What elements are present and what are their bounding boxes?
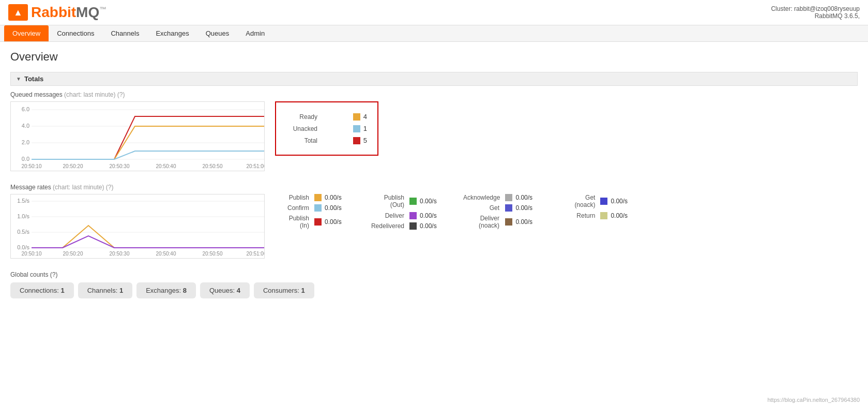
svg-text:20:50:10: 20:50:10 bbox=[22, 163, 42, 169]
rate-confirm-value: 0.00/s bbox=[314, 204, 356, 212]
global-counts-label: Global counts (?) bbox=[10, 271, 858, 278]
queued-legend-box: Ready 4 Unacked 1 Tota bbox=[275, 101, 378, 156]
message-rates-section: Message rates (chart: last minute) (?) 1… bbox=[10, 184, 858, 259]
rate-publish-in: Publish(In) 0.00/s bbox=[273, 215, 356, 230]
rate-acknowledge-value: 0.00/s bbox=[505, 194, 546, 201]
logo-icon: ▲ bbox=[8, 4, 28, 21]
rate-publish-out-value: 0.00/s bbox=[409, 198, 451, 205]
rate-confirm-label: Confirm bbox=[273, 204, 309, 212]
cluster-info: Cluster: rabbit@izoq008ryseuup RabbitMQ … bbox=[771, 5, 860, 20]
publish-swatch bbox=[314, 194, 322, 201]
queued-chart-area: 6.0 4.0 2.0 0.0 bbox=[10, 101, 858, 171]
svg-text:20:50:20: 20:50:20 bbox=[63, 251, 83, 257]
svg-text:20:50:30: 20:50:30 bbox=[110, 251, 130, 257]
queued-help: (?) bbox=[117, 91, 125, 98]
totals-label: Totals bbox=[24, 75, 43, 83]
nav-overview[interactable]: Overview bbox=[4, 25, 49, 41]
unacked-count: 1 bbox=[363, 125, 367, 132]
rates-area: 1.5/s 1.0/s 0.5/s 0.0/s 20:50:10 bbox=[10, 194, 858, 259]
unacked-swatch bbox=[353, 125, 360, 132]
rates-chart: 1.5/s 1.0/s 0.5/s 0.0/s 20:50:10 bbox=[10, 194, 265, 259]
rate-return-value: 0.00/s bbox=[600, 212, 642, 219]
nav-channels[interactable]: Channels bbox=[102, 25, 147, 41]
ready-swatch bbox=[353, 113, 360, 121]
svg-text:20:50:20: 20:50:20 bbox=[63, 163, 83, 169]
nav-queues[interactable]: Queues bbox=[197, 25, 238, 41]
rate-publish-label: Publish bbox=[273, 194, 309, 201]
cluster-name: rabbit@izoq008ryseuup bbox=[794, 5, 860, 12]
rate-get-value: 0.00/s bbox=[505, 204, 546, 212]
legend-unacked-value: 1 bbox=[353, 125, 367, 132]
logo-text: RabbitMQ™ bbox=[31, 4, 106, 21]
rate-deliver-noack: Deliver(noack) 0.00/s bbox=[463, 215, 546, 230]
total-count: 5 bbox=[363, 137, 367, 144]
rate-confirm: Confirm 0.00/s bbox=[273, 204, 356, 212]
legend-ready-label: Ready bbox=[286, 113, 317, 121]
rate-get-label: Get bbox=[463, 204, 499, 212]
rate-get-noack-label: Get(noack) bbox=[559, 194, 595, 209]
rate-return: Return 0.00/s bbox=[559, 212, 642, 219]
main-content: Overview ▼ Totals Queued messages (chart… bbox=[0, 42, 868, 317]
svg-text:20:51:00: 20:51:00 bbox=[247, 163, 264, 169]
rates-col4: Get(noack) 0.00/s Return 0.00/s bbox=[559, 194, 642, 230]
rate-deliver-value: 0.00/s bbox=[409, 212, 451, 219]
global-counts-help: (?) bbox=[50, 271, 58, 278]
svg-text:2.0: 2.0 bbox=[22, 139, 29, 145]
rate-publish-value: 0.00/s bbox=[314, 194, 356, 201]
legend-unacked-label: Unacked bbox=[286, 125, 317, 132]
count-channels: Channels: 1 bbox=[78, 282, 132, 298]
svg-text:6.0: 6.0 bbox=[22, 106, 29, 112]
nav-connections[interactable]: Connections bbox=[49, 25, 102, 41]
queued-chart: 6.0 4.0 2.0 0.0 bbox=[10, 101, 265, 171]
cluster-label: Cluster: bbox=[771, 5, 792, 12]
logo: ▲ RabbitMQ™ bbox=[8, 4, 106, 21]
collapse-icon: ▼ bbox=[16, 76, 21, 82]
rates-col1: Publish 0.00/s Confirm 0.00/s bbox=[273, 194, 356, 230]
queued-messages-section: Queued messages (chart: last minute) (?)… bbox=[10, 91, 858, 171]
deliver-swatch bbox=[409, 212, 417, 219]
deliver-noack-swatch bbox=[505, 218, 512, 226]
legend-unacked: Unacked 1 bbox=[286, 125, 367, 132]
rates-col3: Acknowledge 0.00/s Get 0.00/s bbox=[463, 194, 546, 230]
nav-exchanges[interactable]: Exchanges bbox=[147, 25, 197, 41]
rate-acknowledge-label: Acknowledge bbox=[463, 194, 500, 201]
rate-return-label: Return bbox=[559, 212, 595, 219]
svg-text:20:50:10: 20:50:10 bbox=[22, 251, 42, 257]
count-connections: Connections: 1 bbox=[10, 282, 74, 298]
rate-publish-in-label: Publish(In) bbox=[273, 215, 309, 230]
version-text: RabbitMQ 3.6.5, bbox=[771, 12, 860, 20]
confirm-swatch bbox=[314, 204, 322, 212]
nav: Overview Connections Channels Exchanges … bbox=[0, 25, 868, 42]
rate-deliver-label: Deliver bbox=[368, 212, 404, 219]
rate-acknowledge: Acknowledge 0.00/s bbox=[463, 194, 546, 201]
rates-col2: Publish(Out) 0.00/s Deliver 0.00/s bbox=[368, 194, 451, 230]
rate-publish-out-label: Publish(Out) bbox=[368, 194, 404, 209]
rate-get-noack-value: 0.00/s bbox=[600, 198, 642, 205]
page-title: Overview bbox=[10, 50, 858, 64]
rates-help: (?) bbox=[106, 184, 114, 191]
rate-redelivered-label: Redelivered bbox=[368, 222, 404, 230]
counts-row: Connections: 1 Channels: 1 Exchanges: 8 … bbox=[10, 282, 858, 298]
totals-section-header[interactable]: ▼ Totals bbox=[10, 72, 858, 86]
count-consumers: Consumers: 1 bbox=[254, 282, 314, 298]
rate-deliver-noack-value: 0.00/s bbox=[505, 218, 546, 226]
svg-text:0.0/s: 0.0/s bbox=[17, 244, 29, 250]
legend-total: Total 5 bbox=[286, 137, 367, 144]
svg-text:20:50:40: 20:50:40 bbox=[156, 163, 176, 169]
svg-text:4.0: 4.0 bbox=[22, 123, 29, 129]
acknowledge-swatch bbox=[505, 194, 512, 201]
rate-deliver-noack-label: Deliver(noack) bbox=[463, 215, 499, 230]
return-swatch bbox=[600, 212, 607, 219]
rate-get-noack: Get(noack) 0.00/s bbox=[559, 194, 642, 209]
legend-ready-value: 4 bbox=[353, 113, 367, 121]
message-rates-label: Message rates (chart: last minute) (?) bbox=[10, 184, 858, 191]
svg-text:20:50:30: 20:50:30 bbox=[110, 163, 130, 169]
rates-columns: Publish 0.00/s Confirm 0.00/s bbox=[273, 194, 642, 230]
svg-text:20:50:40: 20:50:40 bbox=[156, 251, 176, 257]
nav-admin[interactable]: Admin bbox=[237, 25, 273, 41]
publish-out-swatch bbox=[409, 198, 417, 205]
rate-redelivered-value: 0.00/s bbox=[409, 222, 451, 230]
rate-get: Get 0.00/s bbox=[463, 204, 546, 212]
rate-redelivered: Redelivered 0.00/s bbox=[368, 222, 451, 230]
rates-svg: 1.5/s 1.0/s 0.5/s 0.0/s 20:50:10 bbox=[11, 194, 264, 257]
